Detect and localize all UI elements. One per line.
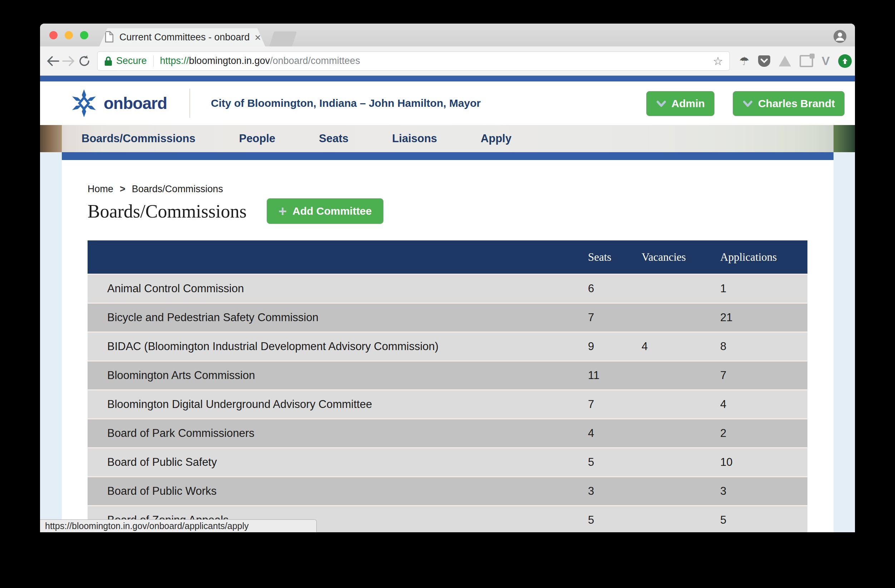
- close-window-button[interactable]: [49, 31, 58, 39]
- breadcrumb-home-link[interactable]: Home: [88, 183, 113, 195]
- omnibox-divider: [153, 55, 154, 67]
- banner-photo: Boards/Commissions People Seats Liaisons…: [40, 125, 855, 152]
- table-header-row: Seats Vacancies Applications: [88, 240, 807, 274]
- user-menu-label: Charles Brandt: [758, 97, 835, 110]
- url-path: /onboard/committees: [270, 55, 360, 66]
- committee-name-link[interactable]: Animal Control Commission: [88, 282, 588, 295]
- table-row[interactable]: Animal Control Commission 6 1: [88, 274, 807, 303]
- site-title: City of Bloomington, Indiana – John Hami…: [211, 82, 481, 125]
- column-header-seats: Seats: [588, 251, 642, 264]
- lock-icon: [104, 56, 112, 67]
- nav-item-boards-commissions[interactable]: Boards/Commissions: [82, 132, 196, 145]
- browser-tab[interactable]: Current Committees - onboard ×: [99, 28, 265, 47]
- traffic-lights: [49, 31, 88, 39]
- table-row[interactable]: Bloomington Digital Underground Advisory…: [88, 389, 807, 418]
- applications-value: 4: [720, 398, 807, 411]
- snowflake-logo-icon: [71, 89, 97, 117]
- header-buttons: Admin Charles Brandt: [646, 91, 845, 116]
- page-favicon-icon: [104, 31, 114, 44]
- minimize-window-button[interactable]: [65, 31, 73, 39]
- vacancies-value: 4: [642, 340, 720, 353]
- committee-name-link[interactable]: BIDAC (Bloomington Industrial Developmen…: [88, 340, 588, 353]
- table-row[interactable]: Board of Public Safety 5 10: [88, 447, 807, 476]
- nav-underline-bar: [62, 152, 834, 160]
- applications-value: 2: [720, 427, 807, 440]
- add-committee-button[interactable]: + Add Committee: [267, 198, 384, 224]
- applications-value: 10: [720, 456, 807, 469]
- tab-close-icon[interactable]: ×: [255, 32, 261, 43]
- nav-item-seats[interactable]: Seats: [319, 132, 349, 145]
- applications-value: 5: [720, 514, 807, 527]
- table-row[interactable]: Board of Public Works 3 3: [88, 476, 807, 505]
- chevron-down-icon: [656, 98, 667, 109]
- plus-icon: +: [278, 204, 287, 218]
- browser-toolbar: Secure https://bloomington.in.gov/onboar…: [40, 47, 855, 76]
- applications-value: 1: [720, 282, 807, 295]
- nav-item-people[interactable]: People: [239, 132, 276, 145]
- url-domain: bloomington.in.gov: [189, 55, 270, 66]
- pocket-extension-icon[interactable]: [758, 55, 770, 67]
- seats-value: 7: [588, 398, 642, 411]
- umbrella-extension-icon[interactable]: ☂: [739, 54, 749, 68]
- seats-value: 4: [588, 427, 642, 440]
- table-row[interactable]: Bicycle and Pedestrian Safety Commission…: [88, 303, 807, 332]
- address-bar[interactable]: Secure https://bloomington.in.gov/onboar…: [97, 52, 730, 71]
- chevron-down-icon: [742, 98, 753, 109]
- extension-icons: ☂ V: [739, 54, 852, 68]
- committee-name-link[interactable]: Board of Public Safety: [88, 456, 588, 469]
- committee-name-link[interactable]: Board of Public Works: [88, 485, 588, 498]
- applications-value: 7: [720, 369, 807, 382]
- breadcrumb-current: Boards/Commissions: [132, 183, 223, 195]
- table-row[interactable]: Bloomington Arts Commission 11 7: [88, 361, 807, 389]
- zoom-window-button[interactable]: [80, 31, 88, 39]
- back-button[interactable]: [45, 53, 61, 69]
- bookmark-star-icon[interactable]: ☆: [713, 54, 723, 68]
- committee-name-link[interactable]: Bloomington Arts Commission: [88, 369, 588, 382]
- logo-wordmark: onboard: [104, 94, 167, 113]
- reload-button[interactable]: [76, 53, 92, 69]
- nav-item-liaisons[interactable]: Liaisons: [392, 132, 437, 145]
- page-background: Home > Boards/Commissions Boards/Commiss…: [40, 160, 855, 532]
- header-divider: [190, 89, 190, 118]
- seats-value: 9: [588, 340, 642, 353]
- seats-value: 3: [588, 485, 642, 498]
- committee-name-link[interactable]: Bicycle and Pedestrian Safety Commission: [88, 311, 588, 324]
- seats-value: 5: [588, 456, 642, 469]
- page-title: Boards/Commissions: [88, 201, 247, 222]
- table-row[interactable]: Board of Park Commissioners 4 2: [88, 418, 807, 447]
- admin-menu-label: Admin: [672, 97, 705, 110]
- add-committee-label: Add Committee: [292, 205, 372, 217]
- applications-value: 3: [720, 485, 807, 498]
- vue-extension-icon[interactable]: V: [822, 54, 830, 68]
- applications-value: 21: [720, 311, 807, 324]
- seats-value: 11: [588, 369, 642, 382]
- breadcrumb: Home > Boards/Commissions: [88, 160, 807, 195]
- tab-bar: Current Committees - onboard ×: [40, 24, 855, 47]
- browser-window: Current Committees - onboard × Secure ht…: [40, 24, 855, 532]
- table-row[interactable]: BIDAC (Bloomington Industrial Developmen…: [88, 332, 807, 361]
- update-extension-icon[interactable]: [838, 54, 852, 68]
- forward-button[interactable]: [61, 53, 76, 69]
- breadcrumb-separator: >: [120, 183, 126, 195]
- capture-extension-icon[interactable]: [799, 55, 813, 67]
- user-menu-button[interactable]: Charles Brandt: [733, 91, 845, 116]
- secure-indicator[interactable]: Secure: [104, 55, 147, 67]
- new-tab-button[interactable]: [269, 32, 297, 47]
- drive-extension-icon[interactable]: [779, 56, 791, 67]
- content-container: Home > Boards/Commissions Boards/Commiss…: [62, 160, 834, 532]
- seats-value: 5: [588, 514, 642, 527]
- admin-menu-button[interactable]: Admin: [646, 91, 714, 116]
- table-body: Animal Control Commission 6 1 Bicycle an…: [88, 274, 807, 532]
- url-protocol: https://: [160, 55, 189, 66]
- committee-name-link[interactable]: Bloomington Digital Underground Advisory…: [88, 398, 588, 411]
- browser-profile-avatar[interactable]: [834, 30, 846, 43]
- seats-value: 7: [588, 311, 642, 324]
- main-nav: Boards/Commissions People Seats Liaisons…: [62, 125, 834, 152]
- committee-name-link[interactable]: Board of Park Commissioners: [88, 427, 588, 440]
- site-logo[interactable]: onboard: [71, 82, 167, 125]
- nav-item-apply[interactable]: Apply: [481, 132, 511, 145]
- column-header-applications: Applications: [720, 251, 807, 264]
- page-top-stripe: [40, 76, 855, 82]
- committees-table: Seats Vacancies Applications Animal Cont…: [88, 240, 807, 532]
- secure-label: Secure: [116, 55, 147, 67]
